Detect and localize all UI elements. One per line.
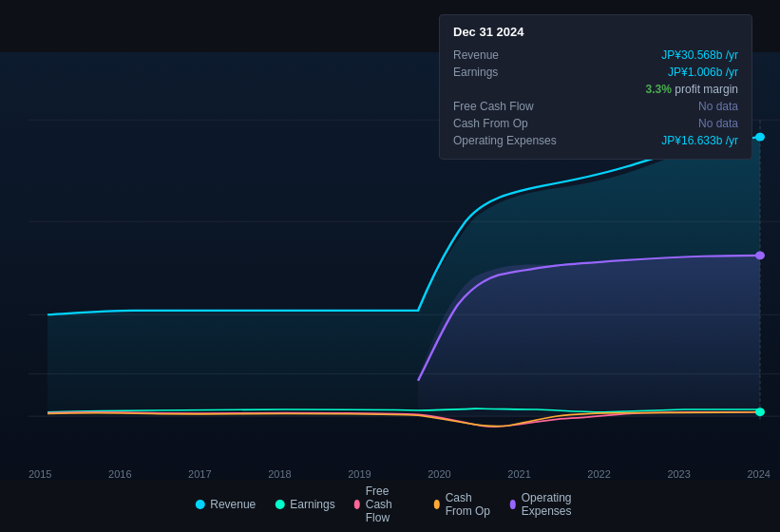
tooltip-label-opex: Operating Expenses	[453, 134, 557, 147]
legend-label-opex: Operating Expenses	[522, 491, 585, 518]
chart-container: JP¥35b JP¥0 -JP¥5b Dec 31 2024 Revenue J…	[0, 0, 780, 532]
legend-label-revenue: Revenue	[210, 498, 256, 511]
tooltip-value-revenue: JP¥30.568b /yr	[661, 48, 738, 62]
tooltip-label-fcf: Free Cash Flow	[453, 100, 534, 113]
legend-label-cfo: Cash From Op	[446, 491, 491, 518]
legend-dot-cfo	[434, 500, 440, 509]
legend-item-cfo[interactable]: Cash From Op	[434, 491, 491, 518]
legend-item-fcf[interactable]: Free Cash Flow	[354, 484, 415, 524]
tooltip-label-earnings: Earnings	[453, 66, 498, 79]
tooltip-value-margin: 3.3% profit margin	[646, 83, 738, 96]
x-label-2016: 2016	[108, 468, 131, 480]
tooltip-value-fcf: No data	[698, 100, 738, 113]
tooltip-value-earnings: JP¥1.006b /yr	[668, 66, 738, 79]
legend-item-earnings[interactable]: Earnings	[275, 498, 334, 511]
x-label-2023: 2023	[667, 468, 690, 480]
tooltip-row-cfo: Cash From Op No data	[453, 115, 738, 132]
x-label-2017: 2017	[188, 468, 211, 480]
tooltip-row-margin: 3.3% profit margin	[453, 81, 738, 98]
tooltip-value-opex: JP¥16.633b /yr	[661, 134, 738, 147]
x-label-2015: 2015	[29, 468, 51, 480]
tooltip-row-fcf: Free Cash Flow No data	[453, 98, 738, 115]
legend-dot-earnings	[275, 500, 284, 509]
tooltip-card: Dec 31 2024 Revenue JP¥30.568b /yr Earni…	[439, 14, 752, 160]
x-label-2024: 2024	[747, 468, 770, 480]
tooltip-label-cfo: Cash From Op	[453, 117, 528, 130]
legend-label-earnings: Earnings	[290, 498, 334, 511]
legend-item-revenue[interactable]: Revenue	[195, 498, 256, 511]
legend-item-opex[interactable]: Operating Expenses	[510, 491, 585, 518]
svg-point-8	[755, 251, 765, 259]
legend: Revenue Earnings Free Cash Flow Cash Fro…	[195, 484, 585, 524]
legend-dot-fcf	[354, 500, 360, 509]
tooltip-date: Dec 31 2024	[453, 25, 738, 39]
x-label-2018: 2018	[268, 468, 291, 480]
tooltip-value-cfo: No data	[698, 117, 738, 130]
tooltip-row-earnings: Earnings JP¥1.006b /yr	[453, 64, 738, 81]
svg-point-9	[755, 408, 765, 416]
legend-label-fcf: Free Cash Flow	[366, 484, 415, 524]
tooltip-label-revenue: Revenue	[453, 48, 499, 62]
x-label-2022: 2022	[587, 468, 610, 480]
x-label-2021: 2021	[507, 468, 530, 480]
svg-point-7	[755, 133, 765, 142]
x-axis-labels: 2015 2016 2017 2018 2019 2020 2021 2022 …	[29, 468, 770, 480]
x-label-2020: 2020	[428, 468, 450, 480]
tooltip-row-revenue: Revenue JP¥30.568b /yr	[453, 47, 738, 64]
legend-dot-opex	[510, 500, 516, 509]
tooltip-row-opex: Operating Expenses JP¥16.633b /yr	[453, 132, 738, 149]
legend-dot-revenue	[195, 500, 204, 509]
x-label-2019: 2019	[348, 468, 371, 480]
